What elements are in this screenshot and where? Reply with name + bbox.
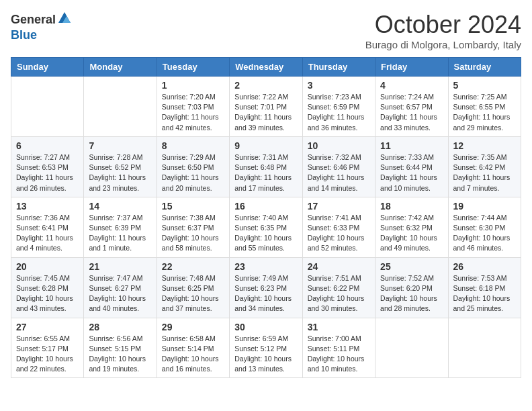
day-info: Sunrise: 7:29 AMSunset: 6:50 PMDaylight:… <box>162 152 224 193</box>
logo-text: General <box>11 11 72 28</box>
location: Burago di Molgora, Lombardy, Italy <box>365 39 521 50</box>
day-number: 31 <box>308 322 370 332</box>
day-info: Sunrise: 6:58 AMSunset: 5:14 PMDaylight:… <box>162 334 224 375</box>
calendar-cell: 23Sunrise: 7:49 AMSunset: 6:23 PMDayligh… <box>230 257 302 318</box>
day-header-saturday: Saturday <box>448 58 521 77</box>
day-info: Sunrise: 7:48 AMSunset: 6:25 PMDaylight:… <box>162 273 224 314</box>
day-number: 30 <box>234 322 297 332</box>
calendar-cell: 24Sunrise: 7:51 AMSunset: 6:22 PMDayligh… <box>302 257 375 318</box>
day-info: Sunrise: 7:27 AMSunset: 6:53 PMDaylight:… <box>16 152 79 193</box>
day-header-friday: Friday <box>375 58 448 77</box>
day-info: Sunrise: 7:52 AMSunset: 6:20 PMDaylight:… <box>380 273 443 314</box>
day-number: 28 <box>89 322 151 332</box>
calendar-cell: 9Sunrise: 7:31 AMSunset: 6:48 PMDaylight… <box>230 136 302 197</box>
calendar-cell <box>11 77 84 137</box>
day-number: 18 <box>380 201 443 212</box>
calendar-cell: 20Sunrise: 7:45 AMSunset: 6:28 PMDayligh… <box>11 257 84 318</box>
calendar-cell <box>375 318 448 378</box>
day-number: 2 <box>234 80 297 91</box>
day-number: 25 <box>380 261 443 272</box>
week-row-4: 20Sunrise: 7:45 AMSunset: 6:28 PMDayligh… <box>11 257 521 318</box>
calendar-cell: 2Sunrise: 7:22 AMSunset: 7:01 PMDaylight… <box>230 77 302 137</box>
day-number: 16 <box>234 201 297 212</box>
day-number: 5 <box>453 80 516 91</box>
day-number: 7 <box>89 140 151 151</box>
day-info: Sunrise: 6:59 AMSunset: 5:12 PMDaylight:… <box>234 334 297 375</box>
day-number: 3 <box>308 80 370 91</box>
calendar-cell: 8Sunrise: 7:29 AMSunset: 6:50 PMDaylight… <box>157 136 229 197</box>
logo-icon <box>57 11 72 28</box>
logo-blue: Blue <box>11 28 37 42</box>
day-info: Sunrise: 7:32 AMSunset: 6:46 PMDaylight:… <box>308 152 370 193</box>
calendar-cell: 25Sunrise: 7:52 AMSunset: 6:20 PMDayligh… <box>375 257 448 318</box>
day-info: Sunrise: 6:55 AMSunset: 5:17 PMDaylight:… <box>16 334 79 375</box>
calendar-cell: 14Sunrise: 7:37 AMSunset: 6:39 PMDayligh… <box>84 197 157 257</box>
calendar-cell: 5Sunrise: 7:25 AMSunset: 6:55 PMDaylight… <box>448 77 521 137</box>
day-number: 21 <box>89 261 151 272</box>
calendar-cell: 3Sunrise: 7:23 AMSunset: 6:59 PMDaylight… <box>302 77 375 137</box>
day-info: Sunrise: 7:42 AMSunset: 6:32 PMDaylight:… <box>380 213 443 254</box>
calendar-header-row: SundayMondayTuesdayWednesdayThursdayFrid… <box>11 58 521 77</box>
calendar-cell: 27Sunrise: 6:55 AMSunset: 5:17 PMDayligh… <box>11 318 84 378</box>
day-info: Sunrise: 7:38 AMSunset: 6:37 PMDaylight:… <box>162 213 224 254</box>
calendar: SundayMondayTuesdayWednesdayThursdayFrid… <box>11 57 521 378</box>
week-row-5: 27Sunrise: 6:55 AMSunset: 5:17 PMDayligh… <box>11 318 521 378</box>
day-info: Sunrise: 7:00 AMSunset: 5:11 PMDaylight:… <box>308 334 370 375</box>
day-header-thursday: Thursday <box>302 58 375 77</box>
calendar-cell <box>84 77 157 137</box>
day-number: 10 <box>308 140 370 151</box>
day-header-sunday: Sunday <box>11 58 84 77</box>
day-info: Sunrise: 7:51 AMSunset: 6:22 PMDaylight:… <box>308 273 370 314</box>
calendar-cell: 10Sunrise: 7:32 AMSunset: 6:46 PMDayligh… <box>302 136 375 197</box>
day-number: 23 <box>234 261 297 272</box>
calendar-cell: 12Sunrise: 7:35 AMSunset: 6:42 PMDayligh… <box>448 136 521 197</box>
day-info: Sunrise: 7:22 AMSunset: 7:01 PMDaylight:… <box>234 92 297 133</box>
day-info: Sunrise: 7:20 AMSunset: 7:03 PMDaylight:… <box>162 92 224 133</box>
calendar-cell: 16Sunrise: 7:40 AMSunset: 6:35 PMDayligh… <box>230 197 302 257</box>
day-number: 29 <box>162 322 224 332</box>
day-info: Sunrise: 7:37 AMSunset: 6:39 PMDaylight:… <box>89 213 151 254</box>
day-number: 1 <box>162 80 224 91</box>
day-number: 14 <box>89 201 151 212</box>
day-info: Sunrise: 7:49 AMSunset: 6:23 PMDaylight:… <box>234 273 297 314</box>
week-row-3: 13Sunrise: 7:36 AMSunset: 6:41 PMDayligh… <box>11 197 521 257</box>
calendar-cell: 22Sunrise: 7:48 AMSunset: 6:25 PMDayligh… <box>157 257 229 318</box>
week-row-1: 1Sunrise: 7:20 AMSunset: 7:03 PMDaylight… <box>11 77 521 137</box>
day-info: Sunrise: 7:24 AMSunset: 6:57 PMDaylight:… <box>380 92 443 133</box>
calendar-cell: 18Sunrise: 7:42 AMSunset: 6:32 PMDayligh… <box>375 197 448 257</box>
calendar-cell: 28Sunrise: 6:56 AMSunset: 5:15 PMDayligh… <box>84 318 157 378</box>
calendar-cell: 29Sunrise: 6:58 AMSunset: 5:14 PMDayligh… <box>157 318 229 378</box>
day-info: Sunrise: 7:36 AMSunset: 6:41 PMDaylight:… <box>16 213 79 254</box>
day-number: 19 <box>453 201 516 212</box>
day-header-wednesday: Wednesday <box>230 58 302 77</box>
calendar-cell: 26Sunrise: 7:53 AMSunset: 6:18 PMDayligh… <box>448 257 521 318</box>
calendar-cell: 19Sunrise: 7:44 AMSunset: 6:30 PMDayligh… <box>448 197 521 257</box>
day-info: Sunrise: 6:56 AMSunset: 5:15 PMDaylight:… <box>89 334 151 375</box>
calendar-cell: 4Sunrise: 7:24 AMSunset: 6:57 PMDaylight… <box>375 77 448 137</box>
day-info: Sunrise: 7:47 AMSunset: 6:27 PMDaylight:… <box>89 273 151 314</box>
calendar-cell: 7Sunrise: 7:28 AMSunset: 6:52 PMDaylight… <box>84 136 157 197</box>
day-number: 11 <box>380 140 443 151</box>
day-header-tuesday: Tuesday <box>157 58 229 77</box>
day-info: Sunrise: 7:25 AMSunset: 6:55 PMDaylight:… <box>453 92 516 133</box>
logo: General Blue <box>11 11 72 42</box>
calendar-cell: 1Sunrise: 7:20 AMSunset: 7:03 PMDaylight… <box>157 77 229 137</box>
calendar-cell: 30Sunrise: 6:59 AMSunset: 5:12 PMDayligh… <box>230 318 302 378</box>
day-number: 26 <box>453 261 516 272</box>
day-info: Sunrise: 7:31 AMSunset: 6:48 PMDaylight:… <box>234 152 297 193</box>
page: General Blue October 2024 Burago di Molg… <box>0 0 532 385</box>
day-number: 13 <box>16 201 79 212</box>
day-number: 6 <box>16 140 79 151</box>
header: General Blue October 2024 Burago di Molg… <box>11 11 521 50</box>
day-header-monday: Monday <box>84 58 157 77</box>
day-info: Sunrise: 7:33 AMSunset: 6:44 PMDaylight:… <box>380 152 443 193</box>
calendar-cell: 17Sunrise: 7:41 AMSunset: 6:33 PMDayligh… <box>302 197 375 257</box>
day-number: 22 <box>162 261 224 272</box>
day-number: 20 <box>16 261 79 272</box>
calendar-cell <box>448 318 521 378</box>
title-section: October 2024 Burago di Molgora, Lombardy… <box>365 11 521 50</box>
calendar-cell: 15Sunrise: 7:38 AMSunset: 6:37 PMDayligh… <box>157 197 229 257</box>
day-info: Sunrise: 7:23 AMSunset: 6:59 PMDaylight:… <box>308 92 370 133</box>
calendar-cell: 13Sunrise: 7:36 AMSunset: 6:41 PMDayligh… <box>11 197 84 257</box>
calendar-cell: 6Sunrise: 7:27 AMSunset: 6:53 PMDaylight… <box>11 136 84 197</box>
